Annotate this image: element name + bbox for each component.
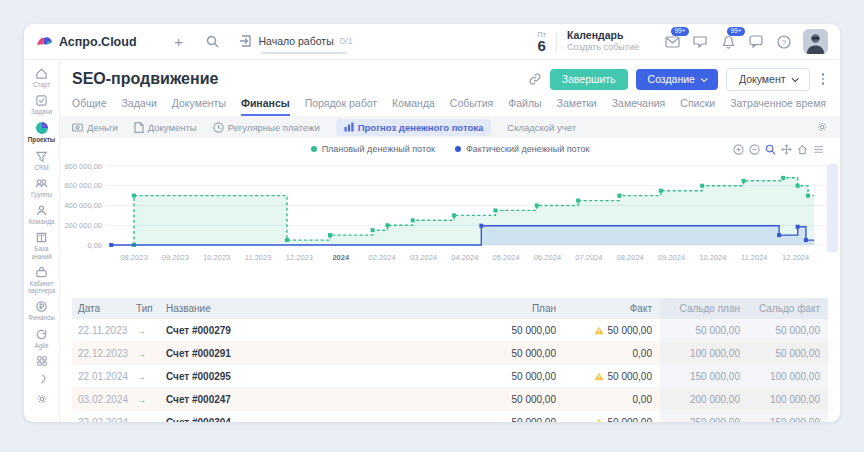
sidebar-item-agile[interactable]: Agile — [24, 328, 59, 349]
bar-chart-icon — [344, 122, 354, 132]
subtab-recurring-payments[interactable]: Регулярные платежи — [213, 122, 320, 133]
svg-text:08.2024: 08.2024 — [617, 253, 644, 262]
sidebar-item-apps[interactable] — [24, 355, 59, 368]
chart-menu-icon[interactable] — [813, 144, 824, 155]
subtab-documents[interactable]: Документы — [134, 122, 197, 133]
apps-icon — [36, 355, 48, 367]
sidebar-item-team[interactable]: Команда — [24, 204, 59, 225]
warning-icon — [594, 372, 604, 381]
tab-zadachi[interactable]: Задачи — [122, 97, 157, 116]
tab-zamechaniya[interactable]: Замечания — [612, 97, 666, 116]
mail-icon[interactable]: 99+ — [663, 33, 681, 51]
svg-text:09.2024: 09.2024 — [658, 253, 685, 262]
clock-icon — [213, 122, 224, 133]
zoom-in-icon[interactable] — [733, 144, 744, 155]
tab-poryadok-rabot[interactable]: Порядок работ — [305, 97, 377, 116]
sidebar-item-settings[interactable] — [24, 393, 59, 406]
tab-obshchie[interactable]: Общие — [72, 97, 107, 116]
document-button[interactable]: Документ — [726, 68, 810, 91]
bell-icon[interactable]: 99+ — [719, 33, 737, 51]
table-row[interactable]: 22.02.2024 → Счет #000304 50 000,00 50 0… — [72, 411, 828, 422]
main-content: SEO-продвижение Завершить Создание Докум… — [60, 60, 840, 422]
col-saldo-plan[interactable]: Сальдо план — [660, 298, 748, 319]
sidebar-item-crm[interactable]: CRM — [24, 150, 59, 171]
svg-text:800 000,00: 800 000,00 — [64, 162, 102, 171]
col-type[interactable]: Тип — [130, 303, 160, 314]
date-widget[interactable]: Пт 6 — [538, 31, 546, 53]
col-saldo-fact[interactable]: Сальдо факт — [748, 298, 828, 319]
cashflow-forecast-chart: Плановый денежный поток Фактический дене… — [60, 138, 840, 276]
onboarding-progress[interactable]: Начало работы 0/1 — [239, 34, 353, 50]
sidebar-item-partner[interactable]: Кабинет партнера — [24, 266, 59, 294]
notes-icon[interactable] — [691, 33, 709, 51]
user-avatar[interactable] — [803, 29, 828, 54]
sidebar-item-integrations[interactable] — [24, 374, 59, 387]
topbar: Аспро.Cloud + Начало работы 0/1 Пт 6 Кал… — [24, 24, 840, 60]
sidebar-item-finance[interactable]: Финансы — [24, 300, 59, 321]
subtab-warehouse[interactable]: Складской учет — [507, 122, 576, 133]
copy-link-icon[interactable] — [528, 72, 542, 86]
selection-zoom-icon[interactable] — [765, 144, 776, 155]
col-date[interactable]: Дата — [72, 303, 130, 314]
finish-button[interactable]: Завершить — [550, 69, 628, 90]
col-plan[interactable]: План — [476, 303, 564, 314]
tab-dokumenty[interactable]: Документы — [172, 97, 226, 116]
svg-text:04.2024: 04.2024 — [451, 253, 478, 262]
team-icon — [35, 204, 48, 217]
tab-finansy[interactable]: Финансы — [241, 97, 290, 116]
getting-started-icon — [239, 34, 253, 48]
svg-text:12.2024: 12.2024 — [782, 253, 809, 262]
search-icon[interactable] — [205, 34, 221, 50]
chart-vertical-scrollbar[interactable] — [827, 164, 838, 252]
table-row[interactable]: 22.12.2023 → Счет #000291 50 000,00 0,00… — [72, 342, 828, 365]
table-row[interactable]: 03.02.2024 → Счет #000247 50 000,00 0,00… — [72, 388, 828, 411]
sidebar-item-tasks[interactable]: Задачи — [24, 94, 59, 115]
onboarding-count: 0/1 — [340, 35, 353, 46]
integrations-icon — [36, 374, 48, 386]
sidebar-item-start[interactable]: Старт — [24, 67, 59, 88]
table-row[interactable]: 22.11.2023 → Счет #000279 50 000,00 50 0… — [72, 319, 828, 342]
app-logo[interactable]: Аспро.Cloud — [36, 35, 137, 49]
sidebar-item-knowledge[interactable]: База знаний — [24, 231, 59, 259]
legend-plan[interactable]: Плановый денежный поток — [311, 144, 435, 154]
cashflow-chart[interactable]: 0,00200 000,00400 000,00600 000,00800 00… — [60, 158, 840, 272]
legend-fact[interactable]: Фактический денежный поток — [455, 144, 590, 154]
pan-icon[interactable] — [781, 144, 792, 155]
subtab-money[interactable]: Деньги — [72, 122, 118, 133]
finance-subtabs: Деньги Документы Регулярные платежи Прог… — [60, 116, 840, 138]
svg-text:07.2024: 07.2024 — [575, 253, 602, 262]
partner-icon — [35, 266, 48, 279]
fact-legend-dot — [455, 146, 461, 152]
knowledge-icon — [35, 231, 48, 244]
money-icon — [72, 123, 83, 132]
tab-zatrachennoe-vremya[interactable]: Затраченное время — [730, 97, 826, 116]
tab-spiski[interactable]: Списки — [680, 97, 715, 116]
help-icon[interactable]: ? — [775, 33, 793, 51]
svg-text:0,00: 0,00 — [87, 241, 102, 250]
chat-icon[interactable] — [747, 33, 765, 51]
warning-icon — [594, 418, 604, 423]
sidebar: Старт Задачи Проекты CRM Группы Команда — [24, 60, 60, 422]
sidebar-item-groups[interactable]: Группы — [24, 177, 59, 198]
sidebar-item-projects[interactable]: Проекты — [24, 121, 59, 143]
tab-komanda[interactable]: Команда — [392, 97, 435, 116]
create-button[interactable]: Создание — [636, 69, 718, 90]
tab-fajly[interactable]: Файлы — [508, 97, 541, 116]
calendar-widget[interactable]: Календарь Создать событие — [567, 29, 639, 53]
zoom-out-icon[interactable] — [749, 144, 760, 155]
chart-legend: Плановый денежный поток Фактический дене… — [60, 144, 840, 154]
subtabs-settings-gear-icon[interactable] — [816, 121, 828, 133]
quick-add-button[interactable]: + — [171, 34, 187, 50]
col-fact[interactable]: Факт — [564, 303, 660, 314]
create-event-link: Создать событие — [567, 42, 639, 53]
more-menu-button[interactable] — [818, 71, 829, 87]
svg-text:11.2023: 11.2023 — [245, 253, 272, 262]
subtab-cashflow-forecast[interactable]: Прогноз денежного потока — [336, 119, 492, 136]
svg-text:03.2024: 03.2024 — [410, 253, 437, 262]
col-name[interactable]: Название — [160, 303, 476, 314]
table-row[interactable]: 22.01.2024 → Счет #000295 50 000,00 50 0… — [72, 365, 828, 388]
tab-zametki[interactable]: Заметки — [557, 97, 597, 116]
svg-text:200 000,00: 200 000,00 — [64, 221, 102, 230]
reset-home-icon[interactable] — [797, 144, 808, 155]
tab-sobytiya[interactable]: События — [450, 97, 493, 116]
